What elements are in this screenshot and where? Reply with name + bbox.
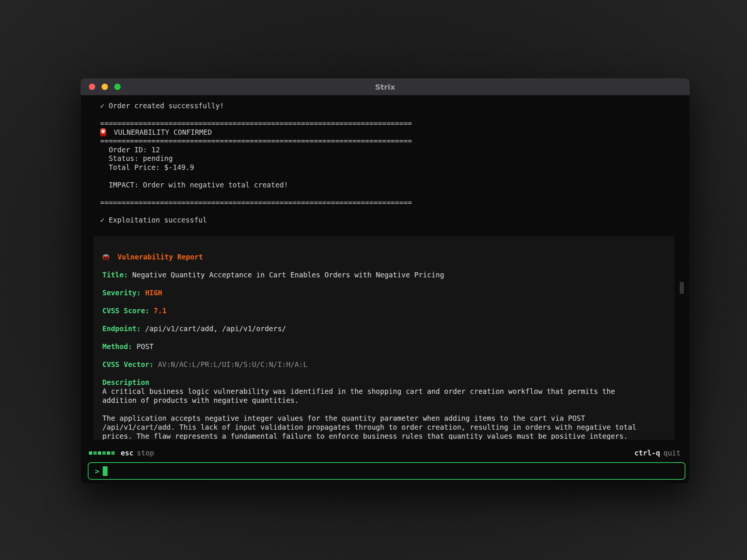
text-segment: ========================================… bbox=[100, 198, 412, 206]
text-line bbox=[102, 297, 675, 306]
titlebar: Strix bbox=[81, 78, 689, 95]
text-segment: The application accepts negative integer… bbox=[102, 414, 585, 422]
status-bar-right: ctrl-q quit bbox=[635, 449, 681, 457]
text-line bbox=[102, 405, 675, 414]
text-line: Total Price: $-149.9 bbox=[100, 163, 675, 172]
text-segment: VULNERABILITY CONFIRMED bbox=[109, 128, 212, 136]
text-cursor bbox=[103, 466, 108, 476]
spinner-cell bbox=[89, 451, 92, 455]
text-line: ========================================… bbox=[100, 119, 675, 128]
status-bar-left: esc stop bbox=[89, 449, 154, 457]
text-segment: Severity: bbox=[102, 289, 141, 297]
text-line: A critical business logic vulnerability … bbox=[102, 387, 675, 396]
esc-key-hint[interactable]: esc bbox=[121, 449, 133, 457]
text-line: Description bbox=[102, 378, 675, 387]
text-segment: ========================================… bbox=[100, 137, 412, 145]
text-line: CVSS Score: 7.1 bbox=[102, 306, 675, 315]
text-line: /api/v1/cart/add. This lack of input val… bbox=[102, 423, 675, 432]
text-line: ========================================… bbox=[100, 137, 675, 146]
app-window: Strix ✓ Order created successfully! ====… bbox=[81, 78, 689, 483]
text-line bbox=[102, 333, 675, 342]
spinner-cell bbox=[111, 451, 115, 455]
text-line: ✓ Exploitation successful bbox=[100, 216, 675, 225]
text-segment: AV:N/AC:L/PR:L/UI:N/S:U/C:N/I:H/A:L bbox=[154, 360, 307, 368]
stop-label: stop bbox=[137, 449, 154, 457]
spinner-cell bbox=[102, 451, 106, 455]
text-line: Severity: HIGH bbox=[102, 288, 675, 297]
text-line bbox=[100, 189, 675, 198]
siren-icon bbox=[100, 128, 106, 136]
text-line: prices. The flaw represents a fundamenta… bbox=[102, 432, 675, 440]
text-line bbox=[100, 172, 675, 181]
text-line: ========================================… bbox=[100, 198, 675, 207]
status-bar: esc stop ctrl-q quit bbox=[89, 447, 681, 458]
text-segment: /api/v1/cart/add. This lack of input val… bbox=[102, 423, 636, 431]
spinner-cell bbox=[98, 451, 101, 455]
command-input[interactable]: > bbox=[88, 462, 685, 480]
prompt-symbol: > bbox=[95, 467, 99, 476]
text-line: CVSS Vector: AV:N/AC:L/PR:L/UI:N/S:U/C:N… bbox=[102, 360, 675, 369]
text-segment bbox=[141, 289, 145, 297]
text-line bbox=[102, 369, 675, 378]
text-line bbox=[102, 351, 675, 360]
text-line bbox=[100, 207, 675, 216]
text-segment: 7.1 bbox=[154, 307, 166, 315]
text-segment: Method: bbox=[102, 342, 132, 351]
ctrl-q-key-hint[interactable]: ctrl-q bbox=[635, 449, 660, 457]
text-line: IMPACT: Order with negative total create… bbox=[100, 181, 675, 190]
text-line: Order ID: 12 bbox=[100, 146, 675, 155]
text-line bbox=[102, 261, 675, 270]
text-segment: ✓ Exploitation successful bbox=[100, 216, 207, 224]
text-line bbox=[100, 111, 675, 119]
text-segment: CVSS Score: bbox=[102, 307, 149, 315]
text-segment: Total Price: $-149.9 bbox=[100, 163, 194, 171]
text-segment: ========================================… bbox=[100, 119, 412, 127]
text-line: Method: POST bbox=[102, 342, 675, 351]
quit-label: quit bbox=[663, 449, 681, 457]
text-segment: prices. The flaw represents a fundamenta… bbox=[102, 432, 628, 440]
text-segment: Title: bbox=[102, 271, 128, 279]
text-segment: HIGH bbox=[145, 289, 162, 297]
text-line: Status: pending bbox=[100, 154, 675, 163]
text-line: The application accepts negative integer… bbox=[102, 414, 675, 423]
text-segment: IMPACT: Order with negative total create… bbox=[100, 181, 288, 189]
text-segment: Vulnerability Report bbox=[113, 253, 203, 261]
text-line: VULNERABILITY CONFIRMED bbox=[100, 128, 675, 137]
text-segment: Status: pending bbox=[100, 154, 173, 162]
text-line bbox=[102, 279, 675, 288]
spinner-cell bbox=[107, 451, 110, 455]
text-segment: /api/v1/cart/add, /api/v1/orders/ bbox=[141, 324, 286, 333]
text-segment: Negative Quantity Acceptance in Cart Ena… bbox=[128, 271, 444, 279]
text-segment: Order ID: 12 bbox=[100, 146, 160, 154]
scrollbar-thumb[interactable] bbox=[680, 282, 684, 294]
bug-icon bbox=[102, 254, 109, 261]
text-line: Title: Negative Quantity Acceptance in C… bbox=[102, 270, 675, 279]
vulnerability-report-panel: Vulnerability Report Title: Negative Qua… bbox=[93, 236, 675, 440]
text-segment: ✓ Order created successfully! bbox=[100, 102, 224, 110]
text-segment: A critical business logic vulnerability … bbox=[102, 387, 615, 395]
text-segment: POST bbox=[132, 342, 154, 351]
text-line: Endpoint: /api/v1/cart/add, /api/v1/orde… bbox=[102, 324, 675, 333]
text-segment: Endpoint: bbox=[102, 324, 141, 333]
window-title: Strix bbox=[81, 83, 689, 91]
spinner-cell bbox=[93, 451, 97, 455]
text-line bbox=[102, 315, 675, 324]
text-segment bbox=[149, 307, 154, 315]
text-segment: Description bbox=[102, 378, 149, 386]
activity-spinner bbox=[89, 451, 115, 455]
terminal-output: ✓ Order created successfully! ==========… bbox=[100, 102, 675, 224]
text-segment: addition of products with negative quant… bbox=[102, 396, 299, 404]
text-line: ✓ Order created successfully! bbox=[100, 102, 675, 111]
text-line: addition of products with negative quant… bbox=[102, 396, 675, 405]
text-line: Vulnerability Report bbox=[102, 252, 675, 261]
text-segment: CVSS Vector: bbox=[102, 360, 154, 368]
